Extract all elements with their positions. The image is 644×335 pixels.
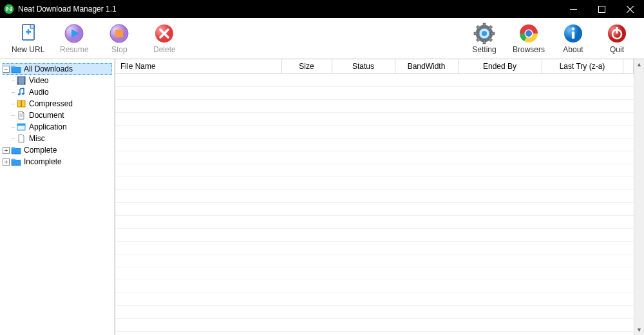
column-header-file-name[interactable]: File Name <box>115 59 281 74</box>
table-row <box>115 74 634 87</box>
table-row <box>115 190 634 203</box>
tree-connector: ···· <box>11 112 15 119</box>
application-icon <box>16 122 26 132</box>
folder-icon <box>11 145 21 155</box>
column-header-status[interactable]: Status <box>332 59 395 74</box>
tree-item-application[interactable]: ····Application <box>3 121 112 133</box>
table-row <box>115 229 634 242</box>
scroll-down-arrow[interactable]: ▼ <box>634 325 644 335</box>
minimize-button[interactable] <box>559 0 587 18</box>
table-row <box>115 319 634 332</box>
tree-connector: ···· <box>11 135 15 142</box>
main-area: −All Downloads····Video····Audio····Comp… <box>0 59 644 335</box>
scroll-track[interactable] <box>634 70 644 325</box>
tree-item-label: Application <box>29 122 67 131</box>
column-header-filler <box>623 59 634 74</box>
setting-label: Setting <box>472 45 496 54</box>
about-label: About <box>563 45 583 54</box>
tree-item-complete[interactable]: +Complete <box>3 144 112 156</box>
column-header-last-try[interactable]: Last Try (z-a) <box>542 59 623 74</box>
folder-icon <box>11 64 21 74</box>
tree-item-label: Complete <box>24 146 57 155</box>
resume-icon <box>63 23 85 44</box>
table-row <box>115 280 634 293</box>
svg-rect-2 <box>598 6 605 12</box>
tree-item-label: Document <box>29 111 64 120</box>
browsers-icon <box>518 23 540 44</box>
table-row <box>115 164 634 177</box>
table-row <box>115 87 634 100</box>
table-row <box>115 254 634 267</box>
svg-rect-10 <box>115 30 123 37</box>
tree-item-label: Compressed <box>29 99 73 108</box>
tree-item-video[interactable]: ····Video <box>3 75 112 86</box>
downloads-table: File NameSizeStatusBandWidthEnded ByLast… <box>115 59 634 335</box>
window-title: Neat Download Manager 1.1 <box>18 5 117 14</box>
table-row <box>115 177 634 190</box>
app-icon <box>4 4 14 14</box>
tree-connector: ···· <box>11 89 15 95</box>
tree-item-label: Incomplete <box>24 157 62 166</box>
svg-rect-1 <box>570 9 577 10</box>
tree-item-label: Video <box>29 76 48 85</box>
expand-icon[interactable]: + <box>3 147 10 154</box>
stop-icon <box>108 23 130 44</box>
svg-rect-14 <box>483 40 486 44</box>
delete-button[interactable]: Delete <box>149 23 180 54</box>
column-header-size[interactable]: Size <box>281 59 332 74</box>
tree-item-audio[interactable]: ····Audio <box>3 86 112 98</box>
tree-connector: ···· <box>11 77 15 84</box>
table-row <box>115 113 634 126</box>
table-row <box>115 151 634 164</box>
tree-item-document[interactable]: ····Document <box>3 110 112 121</box>
tree-connector: ···· <box>11 100 15 107</box>
compressed-icon <box>16 99 26 109</box>
column-header-ended-by[interactable]: Ended By <box>458 59 542 74</box>
new-url-icon <box>17 23 39 44</box>
table-row <box>115 293 634 306</box>
svg-point-38 <box>24 77 24 78</box>
scroll-up-arrow[interactable]: ▲ <box>634 59 644 70</box>
tree-item-label: All Downloads <box>24 64 73 73</box>
svg-rect-13 <box>483 23 486 27</box>
svg-rect-28 <box>572 32 574 39</box>
toolbar-left-group: New URL Resume Stop <box>12 23 180 54</box>
tree-item-label: Misc <box>29 134 45 143</box>
toolbar: New URL Resume Stop <box>0 18 644 59</box>
table-row <box>115 306 634 319</box>
column-header-bandwidth[interactable]: BandWidth <box>395 59 458 74</box>
category-tree: −All Downloads····Video····Audio····Comp… <box>0 59 115 335</box>
svg-point-42 <box>22 93 24 95</box>
svg-point-25 <box>526 30 532 37</box>
stop-button[interactable]: Stop <box>104 23 135 54</box>
svg-point-22 <box>482 31 487 36</box>
svg-point-40 <box>24 81 24 82</box>
tree-item-label: Audio <box>29 88 49 97</box>
quit-icon <box>606 23 628 44</box>
resume-button[interactable]: Resume <box>59 23 90 54</box>
delete-icon <box>153 23 175 44</box>
document-icon <box>16 110 26 120</box>
svg-rect-31 <box>616 27 618 34</box>
tree-item-misc[interactable]: ····Misc <box>3 133 112 144</box>
maximize-button[interactable] <box>587 0 616 18</box>
quit-label: Quit <box>610 45 624 54</box>
quit-button[interactable]: Quit <box>601 23 632 54</box>
setting-button[interactable]: Setting <box>469 23 500 54</box>
table-row <box>115 203 634 216</box>
svg-marker-4 <box>30 24 34 28</box>
about-button[interactable]: About <box>558 23 589 54</box>
vertical-scrollbar[interactable]: ▲ ▼ <box>634 59 644 335</box>
about-icon <box>562 23 584 44</box>
resume-label: Resume <box>60 45 89 54</box>
collapse-icon[interactable]: − <box>3 66 10 73</box>
setting-icon <box>473 23 495 44</box>
tree-item-all-downloads[interactable]: −All Downloads <box>3 63 112 75</box>
tree-item-incomplete[interactable]: +Incomplete <box>3 156 112 168</box>
tree-item-compressed[interactable]: ····Compressed <box>3 98 112 110</box>
expand-icon[interactable]: + <box>3 158 10 166</box>
close-button[interactable] <box>616 0 644 18</box>
browsers-label: Browsers <box>513 45 545 54</box>
new-url-button[interactable]: New URL <box>12 23 44 54</box>
browsers-button[interactable]: Browsers <box>513 23 545 54</box>
